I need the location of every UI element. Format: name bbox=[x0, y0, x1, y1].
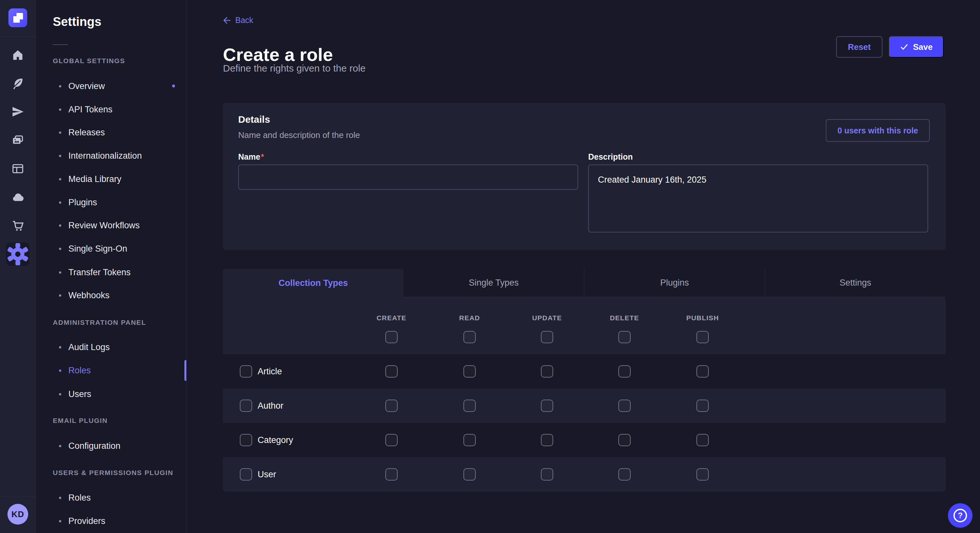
user-row-checkbox[interactable] bbox=[240, 468, 252, 481]
sidebar-item-overview[interactable]: Overview bbox=[59, 80, 105, 93]
description-label: Description bbox=[588, 152, 633, 162]
sidebar-item-review-workflows[interactable]: Review Workflows bbox=[59, 219, 140, 232]
help-button[interactable]: ? bbox=[948, 503, 972, 528]
sidebar-item-label: Webhooks bbox=[68, 290, 110, 300]
category-row-checkbox[interactable] bbox=[240, 434, 252, 446]
section-header-administration-panel: ADMINISTRATION PANEL bbox=[53, 319, 146, 327]
select-all-delete-checkbox[interactable] bbox=[618, 331, 631, 343]
back-label: Back bbox=[235, 16, 253, 25]
user-avatar[interactable]: KD bbox=[8, 504, 28, 525]
article-row-checkbox[interactable] bbox=[240, 365, 252, 378]
author-row-checkbox[interactable] bbox=[240, 400, 252, 412]
strapi-logo-glyph-shade bbox=[13, 19, 16, 23]
save-label: Save bbox=[913, 42, 933, 52]
bullet-icon bbox=[59, 346, 61, 348]
author-publish-checkbox[interactable] bbox=[697, 400, 709, 412]
select-all-publish-checkbox[interactable] bbox=[697, 331, 709, 343]
bullet-icon bbox=[59, 108, 61, 111]
section-header-users-permissions-plugin: USERS & PERMISSIONS PLUGIN bbox=[53, 469, 173, 477]
tab-single-types[interactable]: Single Types bbox=[404, 269, 584, 297]
category-update-checkbox[interactable] bbox=[541, 434, 553, 446]
section-header-email-plugin: EMAIL PLUGIN bbox=[53, 417, 108, 425]
settings-subnav: Settings GLOBAL SETTINGS Overview API To… bbox=[36, 0, 187, 533]
article-publish-checkbox[interactable] bbox=[697, 365, 709, 378]
bullet-icon bbox=[59, 132, 61, 134]
author-delete-checkbox[interactable] bbox=[618, 400, 631, 412]
user-delete-checkbox[interactable] bbox=[618, 468, 631, 481]
row-label: User bbox=[258, 470, 276, 479]
media-library-icon[interactable] bbox=[11, 134, 24, 147]
author-update-checkbox[interactable] bbox=[541, 400, 553, 412]
article-delete-checkbox[interactable] bbox=[618, 365, 631, 378]
settings-gear-icon[interactable] bbox=[6, 243, 30, 266]
author-read-checkbox[interactable] bbox=[463, 400, 476, 412]
sidebar-item-single-sign-on[interactable]: Single Sign-On bbox=[59, 242, 127, 255]
description-textarea[interactable]: Created January 16th, 2025 bbox=[588, 165, 928, 233]
reset-button[interactable]: Reset bbox=[836, 36, 883, 58]
tab-plugins[interactable]: Plugins bbox=[584, 269, 765, 297]
name-input[interactable] bbox=[238, 165, 578, 190]
content-manager-icon[interactable] bbox=[11, 77, 24, 90]
sidebar-item-internationalization[interactable]: Internationalization bbox=[59, 149, 142, 162]
bullet-icon bbox=[59, 248, 61, 250]
sidebar-item-configuration[interactable]: Configuration bbox=[59, 439, 121, 452]
category-read-checkbox[interactable] bbox=[463, 434, 476, 446]
name-label: Name* bbox=[238, 152, 264, 162]
back-link[interactable]: Back bbox=[223, 16, 253, 25]
deploy-cloud-icon[interactable] bbox=[11, 191, 24, 204]
sidebar-item-api-tokens[interactable]: API Tokens bbox=[59, 103, 113, 116]
sidebar-item-plugins[interactable]: Plugins bbox=[59, 196, 97, 209]
home-icon[interactable] bbox=[11, 49, 24, 62]
details-title: Details bbox=[238, 114, 270, 125]
tab-settings[interactable]: Settings bbox=[765, 269, 946, 297]
category-create-checkbox[interactable] bbox=[385, 434, 398, 446]
bullet-icon bbox=[59, 497, 61, 499]
tab-collection-types[interactable]: Collection Types bbox=[223, 269, 404, 297]
select-all-update-checkbox[interactable] bbox=[541, 331, 553, 343]
overview-notification-dot bbox=[172, 84, 175, 87]
users-with-role-button[interactable]: 0 users with this role bbox=[826, 119, 930, 142]
sidebar-item-label: Plugins bbox=[68, 198, 97, 208]
sidebar-item-webhooks[interactable]: Webhooks bbox=[59, 289, 110, 302]
user-update-checkbox[interactable] bbox=[541, 468, 553, 481]
row-label: Category bbox=[258, 435, 293, 445]
select-all-create-checkbox[interactable] bbox=[385, 331, 398, 343]
sidebar-item-roles-active[interactable]: Roles bbox=[59, 364, 91, 377]
table-row-category: Category bbox=[223, 423, 946, 457]
sidebar-item-transfer-tokens[interactable]: Transfer Tokens bbox=[59, 266, 130, 279]
user-publish-checkbox[interactable] bbox=[697, 468, 709, 481]
rail-divider-bottom bbox=[0, 497, 36, 497]
bullet-icon bbox=[59, 294, 61, 297]
arrow-left-icon bbox=[223, 16, 231, 25]
article-read-checkbox[interactable] bbox=[463, 365, 476, 378]
user-create-checkbox[interactable] bbox=[385, 468, 398, 481]
column-header-publish: PUBLISH bbox=[686, 314, 719, 322]
sidebar-item-audit-logs[interactable]: Audit Logs bbox=[59, 341, 110, 354]
bullet-icon bbox=[59, 85, 61, 87]
sidebar-item-label: Review Workflows bbox=[68, 220, 140, 230]
marketplace-cart-icon[interactable] bbox=[11, 219, 24, 232]
sidebar-item-users[interactable]: Users bbox=[59, 388, 91, 401]
article-create-checkbox[interactable] bbox=[385, 365, 398, 378]
question-mark-icon: ? bbox=[953, 509, 967, 522]
active-item-indicator bbox=[185, 360, 186, 381]
strapi-settings-screen: KD Settings GLOBAL SETTINGS Overview API… bbox=[0, 0, 980, 533]
content-type-builder-icon[interactable] bbox=[11, 162, 24, 175]
article-update-checkbox[interactable] bbox=[541, 365, 553, 378]
subnav-title: Settings bbox=[53, 15, 102, 29]
sidebar-item-media-library[interactable]: Media Library bbox=[59, 173, 121, 186]
author-create-checkbox[interactable] bbox=[385, 400, 398, 412]
sidebar-item-providers[interactable]: Providers bbox=[59, 514, 105, 528]
sidebar-item-up-roles[interactable]: Roles bbox=[59, 491, 91, 504]
user-read-checkbox[interactable] bbox=[463, 468, 476, 481]
sidebar-item-label: Audit Logs bbox=[68, 342, 110, 352]
bullet-icon bbox=[59, 271, 61, 274]
rail-divider-top bbox=[0, 36, 36, 37]
category-delete-checkbox[interactable] bbox=[618, 434, 631, 446]
sidebar-item-releases[interactable]: Releases bbox=[59, 126, 105, 139]
table-row-article: Article bbox=[223, 354, 946, 389]
save-button[interactable]: Save bbox=[889, 36, 944, 58]
category-publish-checkbox[interactable] bbox=[697, 434, 709, 446]
releases-send-icon[interactable] bbox=[11, 105, 24, 118]
select-all-read-checkbox[interactable] bbox=[463, 331, 476, 343]
